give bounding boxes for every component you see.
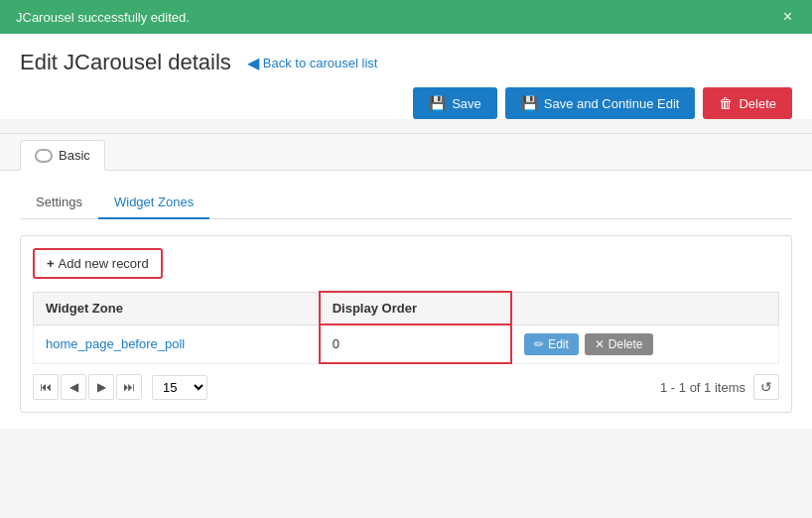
save-button[interactable]: 💾 Save <box>413 87 497 119</box>
add-new-record-label: Add new record <box>59 256 149 271</box>
tab-widget-zones[interactable]: Widget Zones <box>98 187 209 219</box>
tab-basic-label: Basic <box>59 148 90 163</box>
notification-message: JCarousel successfully edited. <box>16 10 190 25</box>
table-body: home_page_before_poll 0 ✏ Edit <box>34 324 779 363</box>
table-row: home_page_before_poll 0 ✏ Edit <box>34 324 779 363</box>
tab-widget-zones-label: Widget Zones <box>114 194 194 209</box>
page-size-select[interactable]: 15 25 50 100 <box>152 375 207 400</box>
page-size-selector: 15 25 50 100 <box>152 375 207 400</box>
next-page-button[interactable]: ▶ <box>88 374 114 400</box>
col-header-actions <box>511 292 778 324</box>
save-continue-label: Save and Continue Edit <box>544 96 680 111</box>
row-delete-button[interactable]: ✕ Delete <box>585 333 653 355</box>
back-to-carousel-list-link[interactable]: ◀ Back to carousel list <box>247 54 378 72</box>
page-title: Edit JCarousel details <box>20 50 231 75</box>
save-icon: 💾 <box>429 95 446 111</box>
page-header: Edit JCarousel details ◀ Back to carouse… <box>20 50 792 75</box>
first-page-button[interactable]: ⏮ <box>33 374 59 400</box>
pagination: ⏮ ◀ ▶ ⏭ 15 25 50 100 1 - 1 of 1 items ↺ <box>33 374 779 400</box>
tab-settings[interactable]: Settings <box>20 187 98 219</box>
back-arrow-icon: ◀ <box>247 54 259 72</box>
pagination-controls: ⏮ ◀ ▶ ⏭ <box>33 374 142 400</box>
delete-label: Delete <box>739 96 776 111</box>
inner-content: Settings Widget Zones + Add new record W… <box>0 171 812 429</box>
notification-bar: JCarousel successfully edited. × <box>0 0 812 34</box>
tab-settings-label: Settings <box>36 194 82 209</box>
pagination-info-text: 1 - 1 of 1 items <box>660 380 745 395</box>
table-section: + Add new record Widget Zone Display Ord… <box>20 235 792 413</box>
action-buttons: ✏ Edit ✕ Delete <box>524 333 766 355</box>
back-link-label: Back to carousel list <box>263 56 378 70</box>
save-label: Save <box>452 96 481 111</box>
save-continue-icon: 💾 <box>521 95 538 111</box>
row-edit-label: Edit <box>548 337 569 351</box>
row-delete-label: Delete <box>609 337 643 351</box>
save-continue-button[interactable]: 💾 Save and Continue Edit <box>505 87 696 119</box>
notification-close-button[interactable]: × <box>779 8 796 26</box>
tab-basic[interactable]: Basic <box>20 140 105 171</box>
inner-tabs: Settings Widget Zones <box>20 187 792 219</box>
pagination-info: 1 - 1 of 1 items ↺ <box>660 374 779 400</box>
plus-icon: + <box>47 256 55 271</box>
widget-zones-table: Widget Zone Display Order home_page_befo… <box>33 291 779 364</box>
delete-button[interactable]: 🗑 Delete <box>703 87 792 119</box>
add-new-record-button[interactable]: + Add new record <box>33 248 163 279</box>
cell-actions: ✏ Edit ✕ Delete <box>511 324 778 363</box>
tab-basic-icon <box>35 149 53 163</box>
edit-pencil-icon: ✏ <box>534 337 544 351</box>
col-header-widget-zone: Widget Zone <box>34 292 320 324</box>
toolbar: 💾 Save 💾 Save and Continue Edit 🗑 Delete <box>20 87 792 119</box>
cell-widget-zone: home_page_before_poll <box>34 324 320 363</box>
last-page-button[interactable]: ⏭ <box>116 374 142 400</box>
widget-zone-link[interactable]: home_page_before_poll <box>46 336 185 351</box>
prev-page-button[interactable]: ◀ <box>61 374 86 400</box>
page-content: Edit JCarousel details ◀ Back to carouse… <box>0 34 812 119</box>
tab-group: Basic <box>0 133 812 171</box>
delete-icon: 🗑 <box>719 95 733 111</box>
cell-display-order: 0 <box>320 324 511 363</box>
row-delete-x-icon: ✕ <box>595 337 605 351</box>
row-edit-button[interactable]: ✏ Edit <box>524 333 579 355</box>
refresh-button[interactable]: ↺ <box>753 374 779 400</box>
col-header-display-order: Display Order <box>320 292 511 324</box>
table-header: Widget Zone Display Order <box>34 292 779 324</box>
